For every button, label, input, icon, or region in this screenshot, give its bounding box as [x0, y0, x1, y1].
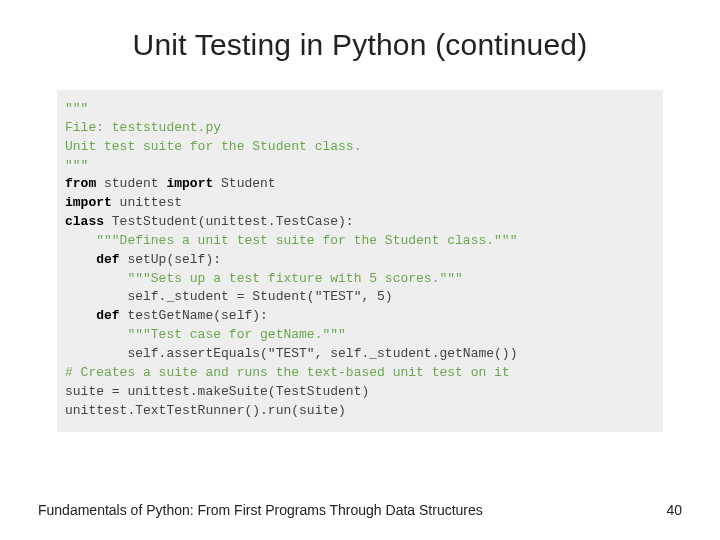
keyword: import — [166, 176, 213, 191]
keyword: def — [65, 308, 120, 323]
code-line: """ — [65, 157, 655, 176]
code-line: unittest.TextTestRunner().run(suite) — [65, 402, 655, 421]
code-line: suite = unittest.makeSuite(TestStudent) — [65, 383, 655, 402]
code-line: self.assertEquals("TEST", self._student.… — [65, 345, 655, 364]
code-line: class TestStudent(unittest.TestCase): — [65, 213, 655, 232]
footer: Fundamentals of Python: From First Progr… — [38, 502, 682, 518]
code-line: File: teststudent.py — [65, 119, 655, 138]
code-text: student — [96, 176, 166, 191]
code-line: def setUp(self): — [65, 251, 655, 270]
code-text: Student — [213, 176, 275, 191]
footer-text: Fundamentals of Python: From First Progr… — [38, 502, 483, 518]
code-line: """Test case for getName.""" — [65, 326, 655, 345]
page-number: 40 — [666, 502, 682, 518]
slide-title: Unit Testing in Python (continued) — [38, 28, 682, 62]
keyword: import — [65, 195, 112, 210]
code-line: from student import Student — [65, 175, 655, 194]
code-line: """ — [65, 100, 655, 119]
code-block: """ File: teststudent.py Unit test suite… — [57, 90, 663, 432]
code-line: def testGetName(self): — [65, 307, 655, 326]
code-text: unittest — [112, 195, 182, 210]
code-line: Unit test suite for the Student class. — [65, 138, 655, 157]
code-line: """Defines a unit test suite for the Stu… — [65, 232, 655, 251]
keyword: from — [65, 176, 96, 191]
code-text: setUp(self): — [120, 252, 221, 267]
code-text: testGetName(self): — [120, 308, 268, 323]
code-line: """Sets up a test fixture with 5 scores.… — [65, 270, 655, 289]
code-text: TestStudent(unittest.TestCase): — [104, 214, 354, 229]
slide: Unit Testing in Python (continued) """ F… — [0, 0, 720, 540]
code-line: self._student = Student("TEST", 5) — [65, 288, 655, 307]
keyword: def — [65, 252, 120, 267]
code-line: # Creates a suite and runs the text-base… — [65, 364, 655, 383]
keyword: class — [65, 214, 104, 229]
code-line: import unittest — [65, 194, 655, 213]
